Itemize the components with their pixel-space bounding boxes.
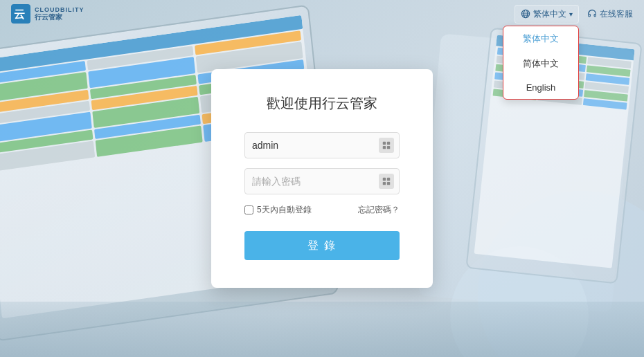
- svg-rect-9: [383, 146, 386, 149]
- svg-rect-8: [387, 142, 390, 145]
- login-options-row: 5天內自動登錄 忘記密碼？: [244, 204, 400, 216]
- username-group: [244, 132, 400, 158]
- login-card: 歡迎使用行云管家: [211, 69, 433, 288]
- login-overlay: 歡迎使用行云管家: [0, 0, 644, 357]
- username-input[interactable]: [244, 132, 400, 158]
- password-group: [244, 168, 400, 194]
- svg-rect-11: [383, 178, 386, 181]
- login-button[interactable]: 登 錄: [244, 231, 400, 260]
- login-title: 歡迎使用行云管家: [244, 94, 400, 113]
- svg-rect-10: [387, 146, 390, 149]
- svg-rect-13: [383, 182, 386, 185]
- remember-label[interactable]: 5天內自動登錄: [244, 204, 312, 216]
- forgot-password-link[interactable]: 忘記密碼？: [358, 204, 400, 216]
- password-icon: [379, 174, 394, 189]
- svg-rect-12: [387, 178, 390, 181]
- remember-checkbox[interactable]: [244, 205, 253, 214]
- svg-rect-7: [383, 142, 386, 145]
- svg-rect-14: [387, 182, 390, 185]
- password-input[interactable]: [244, 168, 400, 194]
- username-icon: [379, 138, 394, 153]
- remember-text: 5天內自動登錄: [257, 204, 312, 216]
